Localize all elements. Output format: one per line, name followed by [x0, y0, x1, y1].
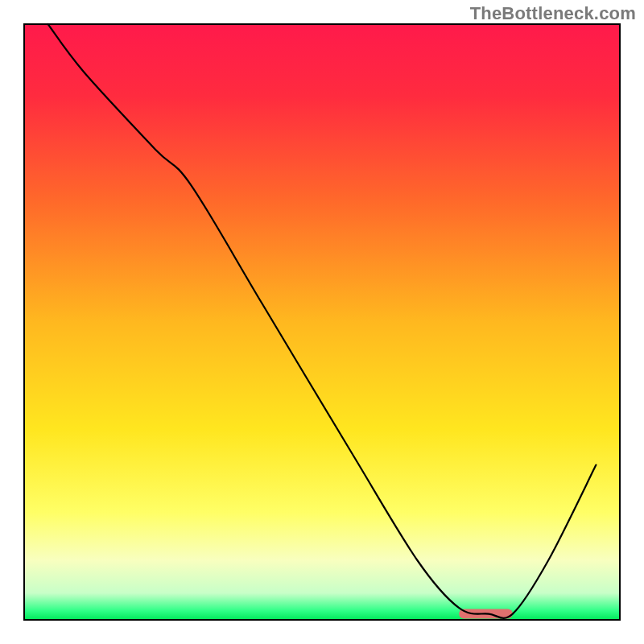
bottleneck-chart: [0, 0, 644, 644]
chart-container: TheBottleneck.com: [0, 0, 644, 644]
plot-background: [24, 24, 620, 620]
